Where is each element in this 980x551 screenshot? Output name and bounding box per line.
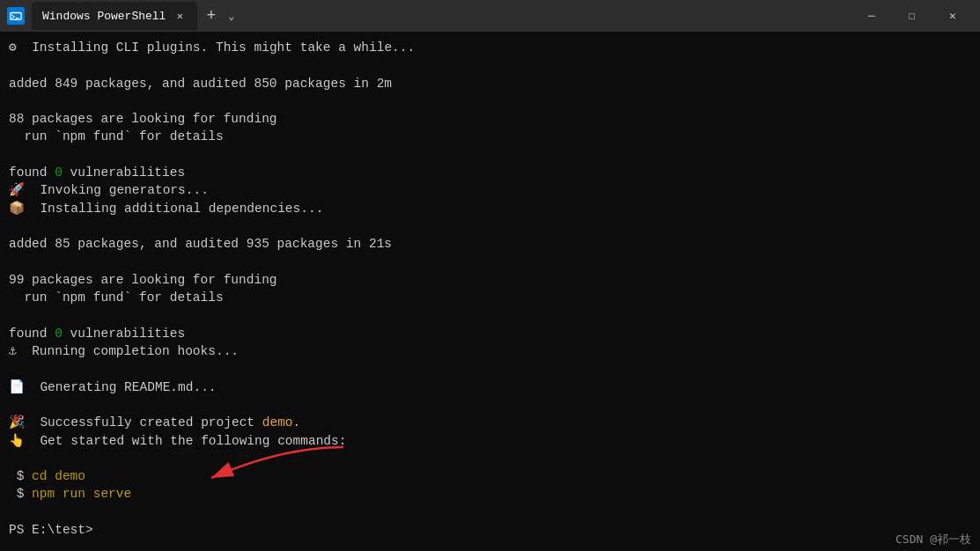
terminal-line-21 — [9, 396, 971, 414]
terminal-line-22: 🎉 Successfully created project demo. — [9, 414, 971, 431]
terminal-line-12: added 85 packages, and audited 935 packa… — [9, 235, 971, 253]
terminal-line-4 — [9, 92, 971, 110]
terminal-line-1: ⚙ Installing CLI plugins. This might tak… — [9, 39, 971, 56]
maximize-button[interactable]: ☐ — [892, 0, 932, 32]
terminal-line-6: run `npm fund` for details — [9, 128, 971, 145]
terminal-line-25: $ cd demo — [9, 467, 971, 485]
terminal-line-28: PS E:\test> — [9, 521, 971, 539]
terminal-line-18: ⚓ Running completion hooks... — [9, 342, 971, 360]
terminal-line-24 — [9, 450, 971, 467]
app-icon — [7, 7, 25, 25]
tab-label: Windows PowerShell — [42, 10, 166, 23]
terminal-line-10: 📦 Installing additional dependencies... — [9, 200, 971, 217]
svg-rect-0 — [11, 13, 21, 20]
terminal-line-7 — [9, 146, 971, 164]
terminal-line-20: 📄 Generating README.md... — [9, 378, 971, 396]
terminal-line-9: 🚀 Invoking generators... — [9, 181, 971, 199]
active-tab[interactable]: Windows PowerShell ✕ — [32, 2, 197, 30]
terminal-line-8: found 0 vulnerabilities — [9, 164, 971, 181]
terminal-line-13 — [9, 253, 971, 271]
close-button[interactable]: ✕ — [932, 0, 973, 32]
watermark: CSDN @祁一枝 — [895, 532, 971, 547]
terminal-line-14: 99 packages are looking for funding — [9, 271, 971, 289]
tab-close-button[interactable]: ✕ — [173, 9, 187, 23]
window-controls: ─ ☐ ✕ — [851, 0, 973, 32]
tab-dropdown-button[interactable]: ⌄ — [225, 10, 238, 23]
terminal-line-23: 👆 Get started with the following command… — [9, 432, 971, 450]
new-tab-button[interactable]: + — [201, 8, 221, 24]
terminal-line-26: $ npm run serve — [9, 485, 971, 503]
minimize-button[interactable]: ─ — [851, 0, 892, 32]
terminal-line-11 — [9, 217, 971, 235]
titlebar: Windows PowerShell ✕ + ⌄ ─ ☐ ✕ — [0, 0, 980, 32]
terminal-line-5: 88 packages are looking for funding — [9, 110, 971, 128]
terminal-line-3: added 849 packages, and audited 850 pack… — [9, 75, 971, 92]
terminal-output[interactable]: ⚙ Installing CLI plugins. This might tak… — [0, 32, 980, 551]
tab-area: Windows PowerShell ✕ + ⌄ — [32, 2, 844, 30]
terminal-line-15: run `npm fund` for details — [9, 289, 971, 306]
terminal-line-2 — [9, 56, 971, 74]
terminal-line-19 — [9, 360, 971, 378]
terminal-line-17: found 0 vulnerabilities — [9, 325, 971, 342]
terminal-line-16 — [9, 306, 971, 324]
terminal-line-27 — [9, 503, 971, 521]
